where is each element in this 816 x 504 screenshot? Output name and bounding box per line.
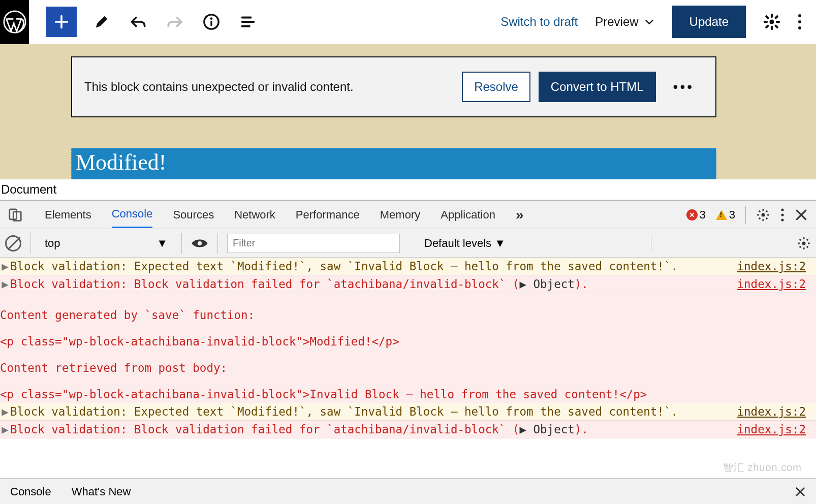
close-icon <box>795 208 808 222</box>
log-levels-dropdown[interactable]: Default levels ▼ <box>424 237 506 250</box>
tab-application[interactable]: Application <box>441 202 495 228</box>
gear-icon <box>797 236 811 250</box>
outline-button[interactable] <box>236 10 260 34</box>
drawer-close-button[interactable] <box>795 486 806 497</box>
svg-point-15 <box>802 241 805 245</box>
separator <box>181 233 182 254</box>
svg-point-2 <box>210 17 213 20</box>
wp-logo[interactable] <box>0 0 29 44</box>
warning-actions: Resolve Convert to HTML ••• <box>462 72 703 102</box>
edit-mode-button[interactable] <box>90 10 113 34</box>
source-link[interactable]: index.js:2 <box>737 277 813 291</box>
expand-arrow-icon[interactable]: ▶ <box>0 405 10 418</box>
expand-arrow-icon[interactable]: ▶ <box>0 277 10 291</box>
console-filter-input[interactable] <box>227 234 400 253</box>
error-count: 3 <box>700 208 706 222</box>
tab-network[interactable]: Network <box>234 202 275 228</box>
live-expression-button[interactable] <box>191 237 208 249</box>
warning-icon <box>716 210 727 220</box>
wp-top-toolbar: Switch to draft Preview Update <box>0 0 816 44</box>
block-more-button[interactable]: ••• <box>664 79 703 95</box>
devtools-panel: Elements Console Sources Network Perform… <box>0 200 816 504</box>
undo-icon <box>128 13 148 30</box>
convert-html-button[interactable]: Convert to HTML <box>539 72 656 102</box>
console-message: Block validation: Expected text `Modifie… <box>10 260 737 273</box>
more-options-button[interactable] <box>798 13 802 30</box>
console-message: Block validation: Block validation faile… <box>10 423 737 436</box>
console-warning-row[interactable]: ▶Block validation: Expected text `Modifi… <box>0 403 816 421</box>
tab-memory[interactable]: Memory <box>380 202 420 228</box>
console-output[interactable]: ▶Block validation: Expected text `Modifi… <box>0 258 816 478</box>
warning-count: 3 <box>729 208 735 222</box>
tab-console[interactable]: Console <box>112 201 153 228</box>
console-warning-row[interactable]: ▶Block validation: Expected text `Modifi… <box>0 258 816 275</box>
editor-canvas: This block contains unexpected or invali… <box>0 44 816 179</box>
gear-icon <box>756 208 770 222</box>
source-link[interactable]: index.js:2 <box>737 423 813 436</box>
selected-block-content[interactable]: Modified! <box>71 148 716 179</box>
warning-text: This block contains unexpected or invali… <box>84 80 354 94</box>
drawer-tab-whatsnew[interactable]: What's New <box>72 485 131 498</box>
console-message: Block validation: Block validation faile… <box>10 277 737 291</box>
plus-icon <box>53 13 70 30</box>
preview-label: Preview <box>595 15 638 29</box>
svg-point-12 <box>781 213 783 216</box>
console-toolbar: top ▼ Default levels ▼ <box>0 229 816 258</box>
source-link[interactable]: index.js:2 <box>737 260 813 273</box>
wp-tool-group <box>46 7 260 37</box>
devtools-more-button[interactable] <box>780 208 784 222</box>
add-block-button[interactable] <box>46 7 77 37</box>
info-icon <box>203 13 220 30</box>
svg-point-5 <box>798 14 801 17</box>
pencil-icon <box>93 13 110 30</box>
error-badge[interactable]: ✕3 <box>686 208 706 222</box>
expand-arrow-icon[interactable]: ▶ <box>0 260 10 273</box>
object-expander[interactable]: ▶ Object <box>519 423 574 436</box>
devtools-settings-button[interactable] <box>756 208 770 222</box>
devtools-tabs-right: ✕3 3 <box>686 206 817 224</box>
console-error-row[interactable]: ▶Block validation: Block validation fail… <box>0 275 816 293</box>
resolve-button[interactable]: Resolve <box>462 72 530 102</box>
eye-icon <box>191 237 208 249</box>
tabs-overflow[interactable]: » <box>516 201 524 229</box>
tab-elements[interactable]: Elements <box>45 202 91 228</box>
info-button[interactable] <box>200 10 223 34</box>
devtools-tabs: Elements Console Sources Network Perform… <box>0 201 816 229</box>
redo-button[interactable] <box>163 10 186 34</box>
object-expander[interactable]: ▶ Object <box>519 277 574 291</box>
preview-dropdown[interactable]: Preview <box>595 15 654 29</box>
tab-sources[interactable]: Sources <box>173 202 214 228</box>
list-icon <box>239 13 257 30</box>
chevron-down-icon: ▼ <box>156 237 168 250</box>
separator <box>745 206 746 224</box>
redo-icon <box>165 13 185 30</box>
svg-rect-3 <box>210 21 212 26</box>
switch-to-draft-link[interactable]: Switch to draft <box>500 15 578 29</box>
tab-performance[interactable]: Performance <box>296 202 360 228</box>
svg-point-7 <box>798 26 801 29</box>
context-selector[interactable]: top ▼ <box>40 234 172 253</box>
warning-badge[interactable]: 3 <box>716 208 735 222</box>
close-icon <box>795 486 806 497</box>
source-link[interactable]: index.js:2 <box>737 405 813 418</box>
svg-point-14 <box>198 241 202 245</box>
update-button[interactable]: Update <box>672 6 746 38</box>
inspect-element-button[interactable] <box>6 207 24 223</box>
settings-button[interactable] <box>763 13 780 30</box>
console-settings-button[interactable] <box>797 236 811 250</box>
wp-right-controls: Switch to draft Preview Update <box>500 6 816 38</box>
svg-point-11 <box>781 208 783 211</box>
document-breadcrumb[interactable]: Document <box>0 179 816 200</box>
undo-button[interactable] <box>127 10 150 34</box>
console-error-row[interactable]: ▶Block validation: Block validation fail… <box>0 421 816 438</box>
svg-point-10 <box>762 213 765 216</box>
svg-point-13 <box>781 218 783 221</box>
drawer-tab-console[interactable]: Console <box>10 485 51 498</box>
wordpress-icon <box>3 10 26 34</box>
devtools-close-button[interactable] <box>795 208 808 222</box>
expand-arrow-icon[interactable]: ▶ <box>0 423 10 436</box>
svg-point-6 <box>798 20 801 23</box>
separator <box>30 233 31 254</box>
clear-console-button[interactable] <box>5 235 21 251</box>
chevron-down-icon <box>644 16 655 27</box>
